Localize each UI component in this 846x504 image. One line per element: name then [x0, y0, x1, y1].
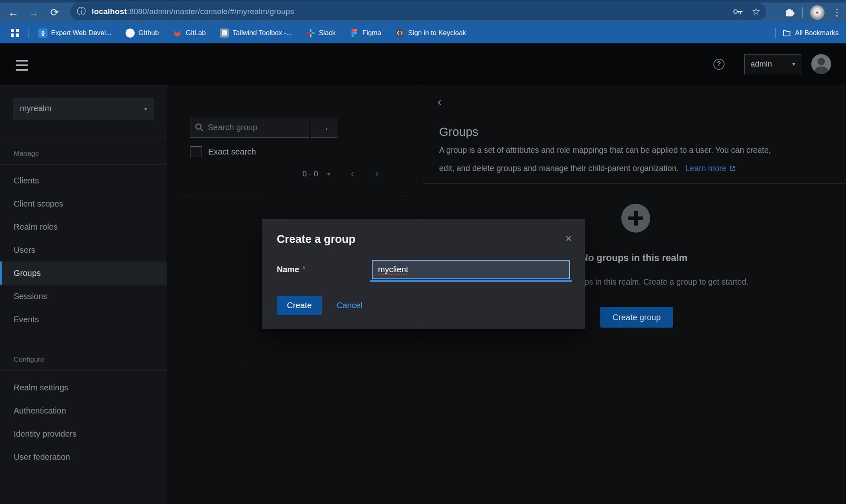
bookmarks-separator	[775, 28, 776, 38]
search-submit-button[interactable]: →	[311, 118, 337, 138]
bookmark-label: Sign in to Keycloak	[408, 29, 466, 37]
sidebar-item-identity-providers[interactable]: Identity providers	[0, 422, 167, 445]
sidebar-item-groups[interactable]: Groups	[0, 262, 167, 285]
divider	[183, 195, 409, 195]
page-description-line2: edit, and delete groups and manage their…	[439, 164, 736, 173]
keycloak-favicon	[395, 29, 404, 38]
reload-icon[interactable]: ⟳	[45, 2, 64, 22]
password-key-icon[interactable]	[732, 6, 743, 17]
forward-icon[interactable]: →	[24, 2, 44, 22]
bookmark-expert-web[interactable]: {}Expert Web Devel...	[38, 29, 112, 38]
input-focus-bar	[370, 280, 572, 282]
url-path: :8080/admin/master/console/#/myrealm/gro…	[127, 7, 294, 16]
realm-name: myrealm	[20, 104, 144, 113]
bookmark-slack[interactable]: Slack	[306, 29, 335, 38]
back-icon[interactable]: ←	[3, 2, 23, 22]
sidebar-item-clients[interactable]: Clients	[0, 169, 167, 192]
divider	[0, 138, 167, 138]
bookmark-tailwind-toolbox[interactable]: Tailwind Toolbox -...	[220, 29, 292, 38]
cancel-button[interactable]: Cancel	[337, 296, 362, 315]
browser-menu-icon[interactable]: ⋮	[832, 7, 842, 18]
pagination-range: 0 - 0	[302, 169, 318, 178]
search-icon	[195, 123, 204, 132]
code-brackets-icon: {}	[38, 29, 48, 38]
bookmark-gitlab[interactable]: GitLab	[173, 29, 206, 38]
admin-dropdown[interactable]: admin ▾	[744, 54, 801, 74]
slack-icon	[306, 29, 315, 38]
divider	[0, 370, 167, 371]
browser-profile-avatar[interactable]	[810, 5, 825, 20]
sidebar-item-users[interactable]: Users	[0, 238, 167, 262]
all-bookmarks-label: All Bookmarks	[795, 29, 839, 37]
name-label-text: Name	[277, 265, 299, 274]
create-button[interactable]: Create	[277, 296, 322, 315]
divider	[423, 183, 846, 184]
sidebar-item-label: Groups	[14, 269, 41, 278]
learn-more-link[interactable]: Learn more	[685, 164, 736, 173]
group-name-value: myclient	[378, 265, 408, 274]
search-group-input[interactable]: Search group	[190, 118, 309, 138]
gitlab-icon	[173, 29, 182, 38]
sidebar-item-label: Realm roles	[14, 222, 58, 232]
per-page-caret-icon[interactable]: ▾	[327, 171, 330, 177]
modal-title: Create a group	[277, 233, 356, 246]
exact-search-label: Exact search	[208, 147, 256, 157]
collapse-panel-icon[interactable]: ‹	[437, 95, 442, 108]
page-description-line1: A group is a set of attributes and role …	[439, 145, 771, 155]
sidebar-item-user-federation[interactable]: User federation	[0, 445, 167, 468]
github-icon	[126, 29, 135, 38]
section-label-manage: Manage	[14, 150, 39, 158]
create-group-modal: Create a group × Name* myclient Create C…	[262, 219, 585, 329]
site-info-icon[interactable]: ⓘ	[77, 5, 86, 18]
search-placeholder: Search group	[208, 123, 257, 132]
close-icon[interactable]: ×	[566, 233, 572, 244]
bookmark-star-icon[interactable]: ☆	[751, 6, 760, 17]
sidebar-item-realm-settings[interactable]: Realm settings	[0, 376, 167, 399]
bookmark-keycloak-signin[interactable]: Sign in to Keycloak	[395, 29, 466, 38]
all-bookmarks-button[interactable]: All Bookmarks	[782, 29, 839, 37]
sidebar-item-realm-roles[interactable]: Realm roles	[0, 215, 167, 238]
bookmark-figma[interactable]: Figma	[349, 29, 381, 38]
help-icon[interactable]: ?	[713, 59, 725, 70]
toolbar-separator	[802, 7, 803, 18]
admin-username: admin	[751, 59, 792, 69]
bookmark-label: GIthub	[138, 29, 159, 37]
chevron-down-icon: ▾	[792, 61, 795, 67]
bookmarks-bar: {}Expert Web Devel... GIthub GitLab Tail…	[0, 22, 846, 43]
apps-grid-icon[interactable]	[11, 29, 19, 37]
sidebar-item-label: User federation	[14, 452, 70, 462]
url-host: localhost	[92, 7, 127, 16]
sidebar-item-events[interactable]: Events	[0, 308, 167, 331]
screen: ← → ⟳ ⓘ localhost:8080/admin/master/cons…	[0, 0, 846, 504]
next-page-icon[interactable]: ›	[375, 167, 379, 180]
url-bar[interactable]: ⓘ localhost:8080/admin/master/console/#/…	[70, 3, 766, 20]
group-name-input[interactable]: myclient	[372, 260, 570, 279]
browser-toolbar: ← → ⟳ ⓘ localhost:8080/admin/master/cons…	[0, 0, 846, 22]
hamburger-menu-icon[interactable]	[16, 60, 28, 74]
plus-circle-icon	[621, 204, 650, 233]
exact-search-checkbox[interactable]	[190, 146, 202, 158]
user-avatar[interactable]	[811, 54, 831, 74]
extensions-puzzle-icon[interactable]	[784, 7, 795, 18]
sidebar-item-label: Realm settings	[14, 383, 68, 392]
folder-icon	[782, 29, 791, 37]
description-text: edit, and delete groups and manage their…	[439, 164, 679, 173]
sidebar-item-label: Authentication	[14, 406, 66, 416]
bookmark-label: Tailwind Toolbox -...	[233, 29, 292, 37]
sidebar-item-client-scopes[interactable]: Client scopes	[0, 192, 167, 215]
sidebar-item-sessions[interactable]: Sessions	[0, 285, 167, 308]
chevron-down-icon: ▾	[144, 105, 147, 112]
url-text: localhost:8080/admin/master/console/#/my…	[92, 7, 294, 16]
bookmark-label: Expert Web Devel...	[51, 29, 112, 37]
page-title: Groups	[439, 125, 478, 139]
prev-page-icon[interactable]: ‹	[351, 167, 354, 180]
section-label-configure: Configure	[14, 356, 44, 364]
bookmarks-separator	[28, 28, 29, 38]
tailwind-toolbox-icon	[220, 29, 229, 38]
sidebar-item-label: Clients	[14, 176, 39, 185]
create-group-button[interactable]: Create group	[600, 307, 673, 328]
bookmark-label: Slack	[319, 29, 335, 37]
sidebar-item-authentication[interactable]: Authentication	[0, 399, 167, 422]
realm-selector[interactable]: myrealm ▾	[13, 98, 154, 119]
bookmark-github[interactable]: GIthub	[126, 29, 159, 38]
